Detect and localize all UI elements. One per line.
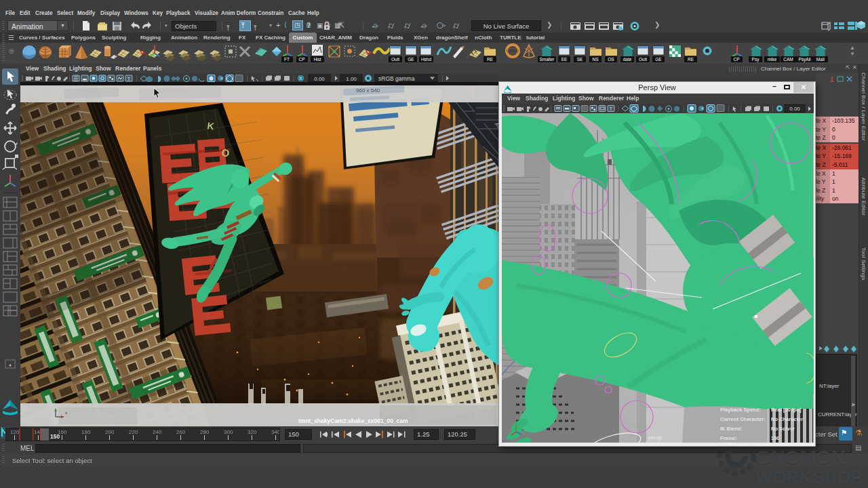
svg-text:date: date xyxy=(623,57,632,62)
svg-text:T: T xyxy=(127,77,131,81)
svg-text:180: 180 xyxy=(81,429,91,435)
svg-text:1.00: 1.00 xyxy=(346,76,357,82)
svg-text:Psy: Psy xyxy=(752,57,760,62)
svg-text:persp: persp xyxy=(648,434,663,441)
svg-text:200: 200 xyxy=(105,429,115,435)
svg-text:0.00: 0.00 xyxy=(314,76,325,82)
svg-text:260: 260 xyxy=(176,429,186,435)
svg-text:CP: CP xyxy=(298,57,304,62)
svg-text:mike: mike xyxy=(768,57,777,62)
svg-text:960 x 540: 960 x 540 xyxy=(356,87,380,94)
svg-text:tmnt_shakyCam2:shake_xx001_00_: tmnt_shakyCam2:shake_xx001_00_cam xyxy=(298,418,408,424)
svg-text:WORKSHOP: WORKSHOP xyxy=(755,468,863,488)
svg-text:220: 220 xyxy=(129,429,138,435)
svg-text:CP: CP xyxy=(733,57,739,62)
svg-text:EE: EE xyxy=(561,57,568,62)
svg-text:280: 280 xyxy=(200,429,210,435)
svg-text:Playback Speed:: Playback Speed: xyxy=(720,407,761,413)
svg-text:Frame:: Frame: xyxy=(720,435,737,441)
svg-text:PsyAll: PsyAll xyxy=(798,57,811,62)
svg-text:FT: FT xyxy=(284,57,290,62)
svg-text:0.00: 0.00 xyxy=(789,106,800,112)
svg-text:x: x xyxy=(65,411,67,415)
svg-text:RE: RE xyxy=(487,57,494,62)
svg-text:320: 320 xyxy=(248,429,257,435)
svg-text:sRGB gamma: sRGB gamma xyxy=(378,75,415,82)
svg-text:150: 150 xyxy=(50,433,60,440)
svg-text:No Character: No Character xyxy=(771,416,803,422)
svg-text:T: T xyxy=(610,106,613,111)
svg-text:GE: GE xyxy=(655,57,662,62)
svg-text:MalI: MalI xyxy=(816,57,825,62)
svg-text:340: 340 xyxy=(271,429,279,435)
svg-text:No Solver: No Solver xyxy=(771,426,795,432)
svg-text:Smaller: Smaller xyxy=(539,57,555,62)
svg-text:IK Blend:: IK Blend: xyxy=(720,426,743,432)
svg-text:Real [30 fps]: Real [30 fps] xyxy=(771,407,802,413)
svg-text:Hist: Hist xyxy=(313,57,321,62)
svg-text:CAM: CAM xyxy=(783,57,793,62)
svg-text:150: 150 xyxy=(771,435,780,441)
svg-text:NS: NS xyxy=(592,57,599,62)
svg-text:120: 120 xyxy=(10,429,20,435)
svg-text:Hshd: Hshd xyxy=(421,57,432,62)
svg-text:GE: GE xyxy=(408,57,414,62)
svg-text:Outl: Outl xyxy=(639,57,647,62)
svg-text:Outl: Outl xyxy=(391,57,399,62)
svg-text:RE: RE xyxy=(688,57,694,62)
svg-text:Current Character:: Current Character: xyxy=(720,416,766,422)
svg-text:300: 300 xyxy=(224,429,233,435)
svg-text:GNOMON: GNOMON xyxy=(755,446,845,468)
svg-text:SE: SE xyxy=(577,57,583,62)
svg-text:OS: OS xyxy=(608,57,614,62)
svg-text:240: 240 xyxy=(153,429,162,435)
